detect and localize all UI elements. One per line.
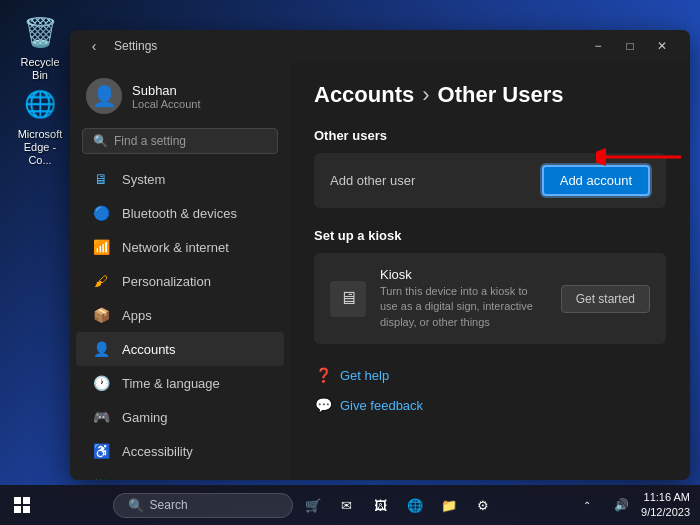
sidebar-item-accessibility[interactable]: ♿ Accessibility [76, 434, 284, 468]
annotation-arrow [596, 145, 686, 169]
sidebar-item-apps[interactable]: 📦 Apps [76, 298, 284, 332]
sidebar-item-label: Accounts [122, 342, 175, 357]
taskbar-center: 🔍 Search 🛒 ✉ 🖼 🌐 📁 ⚙ [36, 491, 573, 519]
gaming-icon: 🎮 [92, 408, 110, 426]
feedback-label: Give feedback [340, 398, 423, 413]
sidebar-item-system[interactable]: 🖥 System [76, 162, 284, 196]
start-button[interactable] [8, 491, 36, 519]
get-started-button[interactable]: Get started [561, 285, 650, 313]
network-icon: 📶 [92, 238, 110, 256]
feedback-link[interactable]: 💬 Give feedback [314, 390, 666, 420]
sidebar-item-label: Apps [122, 308, 152, 323]
time-display: 11:16 AM [641, 490, 690, 505]
minimize-button[interactable]: − [582, 32, 614, 60]
desktop: 🗑️ Recycle Bin 🌐 Microsoft Edge - Co... … [0, 0, 700, 525]
date-display: 9/12/2023 [641, 505, 690, 520]
accessibility-icon: ♿ [92, 442, 110, 460]
user-profile[interactable]: 👤 Subhan Local Account [70, 70, 290, 128]
svg-rect-2 [14, 497, 21, 504]
accounts-icon: 👤 [92, 340, 110, 358]
sidebar-item-label: Bluetooth & devices [122, 206, 237, 221]
search-icon: 🔍 [93, 134, 108, 148]
maximize-button[interactable]: □ [614, 32, 646, 60]
personalization-icon: 🖌 [92, 272, 110, 290]
taskbar-mail-icon[interactable]: ✉ [333, 491, 361, 519]
edge-label: Microsoft Edge - Co... [12, 128, 68, 168]
bluetooth-icon: 🔵 [92, 204, 110, 222]
svg-rect-5 [23, 506, 30, 513]
edge-icon: 🌐 [20, 84, 60, 124]
sidebar-item-gaming[interactable]: 🎮 Gaming [76, 400, 284, 434]
user-name: Subhan [132, 83, 274, 98]
privacy-icon: 🛡 [92, 476, 110, 480]
sidebar: 👤 Subhan Local Account 🔍 Find a setting … [70, 62, 290, 480]
taskbar-left [0, 491, 36, 519]
taskbar-clock: 11:16 AM 9/12/2023 [641, 490, 690, 521]
sidebar-item-time[interactable]: 🕐 Time & language [76, 366, 284, 400]
desktop-icon-recycle-bin[interactable]: 🗑️ Recycle Bin [8, 8, 72, 86]
help-icon: ❓ [314, 366, 332, 384]
arrow-svg [596, 145, 686, 169]
get-help-label: Get help [340, 368, 389, 383]
sidebar-item-network[interactable]: 📶 Network & internet [76, 230, 284, 264]
svg-rect-4 [14, 506, 21, 513]
get-help-link[interactable]: ❓ Get help [314, 360, 666, 390]
sidebar-item-label: Accessibility [122, 444, 193, 459]
feedback-icon: 💬 [314, 396, 332, 414]
sidebar-item-label: Time & language [122, 376, 220, 391]
add-other-user-label: Add other user [330, 173, 415, 188]
close-button[interactable]: ✕ [646, 32, 678, 60]
system-icon: 🖥 [92, 170, 110, 188]
window-title: Settings [114, 39, 582, 53]
taskbar-explorer-icon[interactable]: 📁 [435, 491, 463, 519]
taskbar-search[interactable]: 🔍 Search [113, 493, 293, 518]
search-placeholder: Find a setting [114, 134, 186, 148]
sidebar-item-bluetooth[interactable]: 🔵 Bluetooth & devices [76, 196, 284, 230]
time-icon: 🕐 [92, 374, 110, 392]
back-button[interactable]: ‹ [82, 34, 106, 58]
title-bar: ‹ Settings − □ ✕ [70, 30, 690, 62]
recycle-bin-icon: 🗑️ [20, 12, 60, 52]
taskbar: 🔍 Search 🛒 ✉ 🖼 🌐 📁 ⚙ ⌃ 🔊 11:16 AM 9/12/2… [0, 485, 700, 525]
main-content: Accounts › Other Users Other users Add o… [290, 62, 690, 480]
kiosk-box: 🖥 Kiosk Turn this device into a kiosk to… [314, 253, 666, 344]
kiosk-title: Kiosk [380, 267, 547, 282]
other-users-section-title: Other users [314, 128, 666, 143]
find-setting-input[interactable]: 🔍 Find a setting [82, 128, 278, 154]
breadcrumb-parent: Accounts [314, 82, 414, 108]
taskbar-edge-icon[interactable]: 🌐 [401, 491, 429, 519]
taskbar-right: ⌃ 🔊 11:16 AM 9/12/2023 [573, 490, 700, 521]
svg-rect-3 [23, 497, 30, 504]
user-info: Subhan Local Account [132, 83, 274, 110]
avatar: 👤 [86, 78, 122, 114]
kiosk-section: Set up a kiosk 🖥 Kiosk Turn this device … [314, 228, 666, 344]
breadcrumb-current: Other Users [438, 82, 564, 108]
taskbar-chevron-icon[interactable]: ⌃ [573, 491, 601, 519]
sidebar-item-label: Personalization [122, 274, 211, 289]
window-controls: − □ ✕ [582, 32, 678, 60]
search-icon: 🔍 [128, 498, 144, 513]
taskbar-settings-icon[interactable]: ⚙ [469, 491, 497, 519]
taskbar-photos-icon[interactable]: 🖼 [367, 491, 395, 519]
add-account-button[interactable]: Add account [542, 165, 650, 196]
sidebar-item-privacy[interactable]: 🛡 Privacy & security [76, 468, 284, 480]
taskbar-store-icon[interactable]: 🛒 [299, 491, 327, 519]
sidebar-item-personalization[interactable]: 🖌 Personalization [76, 264, 284, 298]
search-label: Search [150, 498, 188, 512]
settings-window: ‹ Settings − □ ✕ 👤 Subhan Local Account [70, 30, 690, 480]
kiosk-desc: Turn this device into a kiosk to use as … [380, 284, 547, 330]
desktop-icon-edge[interactable]: 🌐 Microsoft Edge - Co... [8, 80, 72, 172]
sidebar-item-label: Privacy & security [122, 478, 225, 481]
recycle-bin-label: Recycle Bin [12, 56, 68, 82]
network-status-icon[interactable]: 🔊 [607, 491, 635, 519]
apps-icon: 📦 [92, 306, 110, 324]
user-type: Local Account [132, 98, 274, 110]
kiosk-icon: 🖥 [330, 281, 366, 317]
sidebar-item-label: System [122, 172, 165, 187]
kiosk-info: Kiosk Turn this device into a kiosk to u… [380, 267, 547, 330]
breadcrumb: Accounts › Other Users [314, 82, 666, 108]
settings-body: 👤 Subhan Local Account 🔍 Find a setting … [70, 62, 690, 480]
sidebar-item-label: Network & internet [122, 240, 229, 255]
links-section: ❓ Get help 💬 Give feedback [314, 360, 666, 420]
sidebar-item-accounts[interactable]: 👤 Accounts [76, 332, 284, 366]
